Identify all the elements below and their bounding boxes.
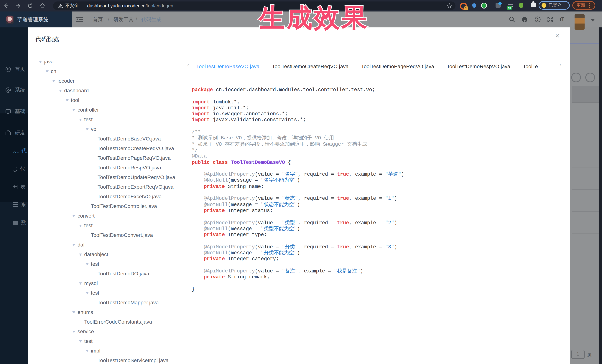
tree-node-file[interactable]: ToolTestDemoRespVO.java <box>28 163 190 172</box>
caret-down-icon[interactable] <box>72 213 77 218</box>
search-round-button[interactable] <box>571 73 581 82</box>
back-icon[interactable] <box>3 3 9 9</box>
tree-node-folder[interactable]: impl <box>28 346 190 355</box>
search-icon[interactable] <box>509 16 515 23</box>
extension-icon-4[interactable] <box>495 3 501 8</box>
caret-down-icon[interactable] <box>86 348 91 354</box>
tabs-scroll-right-icon[interactable]: › <box>560 62 561 68</box>
caret-down-icon[interactable] <box>86 261 91 267</box>
tree-node-file[interactable]: ToolTestDemoController.java <box>28 201 190 211</box>
caret-down-icon[interactable] <box>79 223 84 228</box>
caret-down-icon[interactable] <box>79 338 84 344</box>
caret-down-icon[interactable] <box>79 251 84 257</box>
tab-3[interactable]: ToolTestDemoPageReqVO.java <box>355 59 441 73</box>
tree-node-file[interactable]: ToolTestDemoMapper.java <box>28 298 190 307</box>
tree-node-file[interactable]: ToolTestDemoDO.java <box>28 269 190 278</box>
tab-1[interactable]: ToolTestDemoBaseVO.java <box>190 59 266 73</box>
tree-node-file[interactable]: ToolTestDemoCreateReqVO.java <box>28 144 190 153</box>
extension-icon-2[interactable] <box>472 3 476 7</box>
tree-node-folder[interactable]: enums <box>28 307 190 317</box>
app-logo[interactable]: 芋道管理系统 <box>0 11 72 27</box>
caret-down-icon[interactable] <box>52 78 57 83</box>
tree-node-file[interactable]: ToolTestDemoUpdateReqVO.java <box>28 172 190 182</box>
tree-node-folder[interactable]: cn <box>28 66 190 76</box>
extension-icon-6[interactable] <box>519 3 523 8</box>
tree-node-file[interactable]: ToolTestDemoConvert.java <box>28 230 190 240</box>
tab-2[interactable]: ToolTestDemoCreateReqVO.java <box>266 59 355 73</box>
tree-node-folder[interactable]: test <box>28 220 190 230</box>
tree-node-folder[interactable]: iocoder <box>28 76 190 86</box>
tabs-scroll-left-icon[interactable]: ‹ <box>187 62 189 68</box>
caret-down-icon[interactable] <box>59 88 64 93</box>
refresh-icon[interactable] <box>27 3 33 9</box>
tree-node-folder[interactable]: convert <box>28 211 190 220</box>
chevron-down-icon[interactable] <box>591 19 595 23</box>
tree-node-file[interactable]: ToolTestDemoExportReqVO.java <box>28 182 190 192</box>
github-icon[interactable] <box>522 16 528 23</box>
sidebar-subitem-2[interactable]: 代 <box>0 164 28 174</box>
tree-node-folder[interactable]: test <box>28 114 190 124</box>
caret-down-icon[interactable] <box>79 117 84 122</box>
extensions-puzzle-icon[interactable] <box>531 3 536 7</box>
caret-down-icon[interactable] <box>46 68 51 74</box>
code-token <box>192 178 204 183</box>
extension-icon-1[interactable]: 1 <box>460 3 467 10</box>
profile-paused-button[interactable]: 已暂停 <box>538 1 570 10</box>
address-bar[interactable]: 不安全 dashboard.yudao.iocoder.cn/tool/code… <box>53 1 455 10</box>
tree-node-folder[interactable]: test <box>28 259 190 269</box>
help-icon[interactable]: ? <box>535 16 541 23</box>
tree-node-file[interactable]: ToolTestDemoExcelVO.java <box>28 192 190 201</box>
caret-down-icon[interactable] <box>86 290 91 296</box>
security-label[interactable]: 不安全 <box>65 3 79 9</box>
user-avatar[interactable] <box>575 14 585 30</box>
tree-node-file[interactable]: ToolErrorCodeConstants.java <box>28 317 190 327</box>
breadcrumb-home[interactable]: 首页 <box>93 16 103 23</box>
sidebar-item-4[interactable]: 研发 <box>0 128 28 138</box>
caret-down-icon[interactable] <box>79 281 84 286</box>
tree-node-folder[interactable]: dal <box>28 240 190 250</box>
tree-node-folder[interactable]: mysql <box>28 278 190 288</box>
sidebar-item-3[interactable]: 基础 <box>0 107 28 116</box>
sidebar-item-1[interactable]: 首页 <box>0 64 28 74</box>
caret-down-icon[interactable] <box>86 126 91 132</box>
breadcrumb-tools[interactable]: 研发工具 <box>114 16 134 23</box>
forward-icon[interactable] <box>15 3 22 9</box>
font-size-icon[interactable]: tT <box>560 16 566 23</box>
caret-down-icon[interactable] <box>72 309 77 315</box>
tree-node-folder[interactable]: test <box>28 288 190 298</box>
tree-node-folder[interactable]: dashboard <box>28 86 190 95</box>
caret-down-icon[interactable] <box>66 97 71 103</box>
close-icon[interactable]: × <box>555 32 559 39</box>
bookmark-star-icon[interactable] <box>447 3 452 9</box>
caret-down-icon[interactable] <box>72 242 77 247</box>
extension-icon-3[interactable] <box>481 3 487 9</box>
browser-scrollbar[interactable] <box>599 27 602 364</box>
tree-node-folder[interactable]: vo <box>28 124 190 134</box>
page-number-input[interactable]: 1 <box>571 350 585 359</box>
sidebar-subitem-1[interactable]: 代 <box>0 146 28 156</box>
caret-down-icon[interactable] <box>39 59 44 64</box>
sidebar-subitem-5[interactable]: 数 <box>0 218 28 228</box>
tab-5[interactable]: ToolTe <box>516 59 544 73</box>
sidebar-collapse-icon[interactable] <box>76 17 83 22</box>
tree-node-folder[interactable]: test <box>28 336 190 346</box>
refresh-round-button[interactable] <box>585 73 595 82</box>
caret-down-icon[interactable] <box>72 329 77 334</box>
tree-node-folder[interactable]: tool <box>28 95 190 105</box>
sidebar-subitem-3[interactable]: 表 <box>0 182 28 192</box>
caret-down-icon[interactable] <box>72 107 77 113</box>
tab-4[interactable]: ToolTestDemoRespVO.java <box>441 59 516 73</box>
tree-node-folder[interactable]: java <box>28 57 190 66</box>
tree-node-file[interactable]: ToolTestDemoBaseVO.java <box>28 134 190 144</box>
sidebar-subitem-4[interactable]: 系 <box>0 200 28 209</box>
browser-update-button[interactable]: 更新 <box>572 1 595 10</box>
tree-node-file[interactable]: ToolTestDemoPageReqVO.java <box>28 153 190 163</box>
tree-node-file[interactable]: ToolTestDemoServiceImpl.java <box>28 355 190 364</box>
tree-node-folder[interactable]: dataobject <box>28 250 190 259</box>
tree-node-folder[interactable]: service <box>28 327 190 336</box>
home-icon[interactable] <box>39 3 46 9</box>
sidebar-item-2[interactable]: 系统 <box>0 85 28 95</box>
tree-node-folder[interactable]: controller <box>28 105 190 114</box>
extension-icon-5[interactable]: on <box>508 3 513 7</box>
fullscreen-icon[interactable] <box>547 16 553 23</box>
